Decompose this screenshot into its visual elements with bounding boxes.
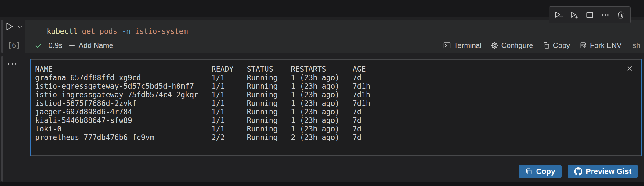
- execute-above-button[interactable]: [552, 9, 565, 21]
- configure-button[interactable]: Configure: [491, 41, 533, 50]
- configure-label: Configure: [501, 41, 533, 50]
- code-token: -n: [122, 27, 135, 36]
- status-right-group: Terminal Configure Copy: [443, 41, 640, 50]
- language-selector[interactable]: sh: [633, 41, 640, 50]
- add-name-button[interactable]: Add Name: [68, 41, 113, 50]
- cell-status-bar: 0.9s Add Name Terminal: [25, 39, 644, 53]
- execute-above-icon: [554, 11, 563, 19]
- success-check-icon: [34, 41, 42, 49]
- add-name-label: Add Name: [78, 41, 113, 50]
- copy-cell-label: Copy: [553, 41, 570, 50]
- terminal-icon: [443, 41, 451, 49]
- close-icon: [626, 65, 633, 72]
- cell-output-panel: NAME READY STATUS RESTARTS AGE grafana-6…: [30, 59, 642, 156]
- more-actions-icon: [601, 11, 610, 19]
- notebook-cell-region: [6] kubectl get pods -n istio-system 0.9…: [0, 0, 644, 186]
- code-token: get pods: [82, 27, 122, 36]
- code-token: istio-system: [135, 27, 188, 36]
- chevron-down-icon: [17, 24, 23, 30]
- cell-focus-bar: [1, 20, 3, 53]
- copy-icon: [542, 41, 550, 49]
- fork-env-icon: [579, 41, 587, 49]
- more-actions-button[interactable]: [599, 9, 611, 21]
- code-cell: kubectl get pods -n istio-system 0.9s Ad…: [25, 20, 644, 53]
- copy-icon: [525, 168, 533, 175]
- run-cell-button[interactable]: [4, 21, 15, 32]
- ellipsis-icon: [7, 62, 17, 66]
- output-footer-actions: Copy Preview Gist: [519, 165, 638, 178]
- execute-cell-and-below-icon: [570, 11, 578, 19]
- split-cell-button[interactable]: [584, 9, 596, 21]
- status-left-group: 0.9s Add Name: [34, 41, 113, 50]
- split-cell-icon: [585, 11, 594, 19]
- top-background-band: [0, 0, 644, 17]
- preview-gist-button[interactable]: Preview Gist: [568, 165, 638, 178]
- code-token: kubectl: [47, 27, 82, 36]
- fork-env-button[interactable]: Fork ENV: [579, 41, 622, 50]
- fork-env-label: Fork ENV: [590, 41, 622, 50]
- output-text: NAME READY STATUS RESTARTS AGE grafana-6…: [31, 59, 641, 142]
- github-icon: [574, 167, 582, 176]
- output-more-actions-button[interactable]: [7, 61, 18, 67]
- plus-icon: [68, 42, 76, 49]
- execution-duration: 0.9s: [49, 41, 62, 50]
- cell-toolbar: [549, 6, 631, 23]
- trash-icon: [617, 11, 625, 19]
- preview-gist-label: Preview Gist: [586, 167, 631, 176]
- output-focus-bar: [1, 56, 3, 182]
- run-options-dropdown[interactable]: [16, 24, 23, 30]
- close-output-button[interactable]: [625, 64, 634, 73]
- copy-cell-button[interactable]: Copy: [542, 41, 570, 50]
- execution-count: [6]: [8, 41, 20, 49]
- bottom-background-band: [0, 182, 644, 186]
- copy-output-button[interactable]: Copy: [519, 165, 562, 178]
- play-icon: [5, 22, 14, 31]
- terminal-label: Terminal: [454, 41, 482, 50]
- copy-output-label: Copy: [536, 167, 555, 176]
- execute-cell-and-below-button[interactable]: [568, 9, 580, 21]
- gear-icon: [491, 41, 499, 49]
- terminal-button[interactable]: Terminal: [443, 41, 482, 50]
- delete-cell-button[interactable]: [615, 9, 627, 21]
- code-command[interactable]: kubectl get pods -n istio-system: [47, 27, 188, 36]
